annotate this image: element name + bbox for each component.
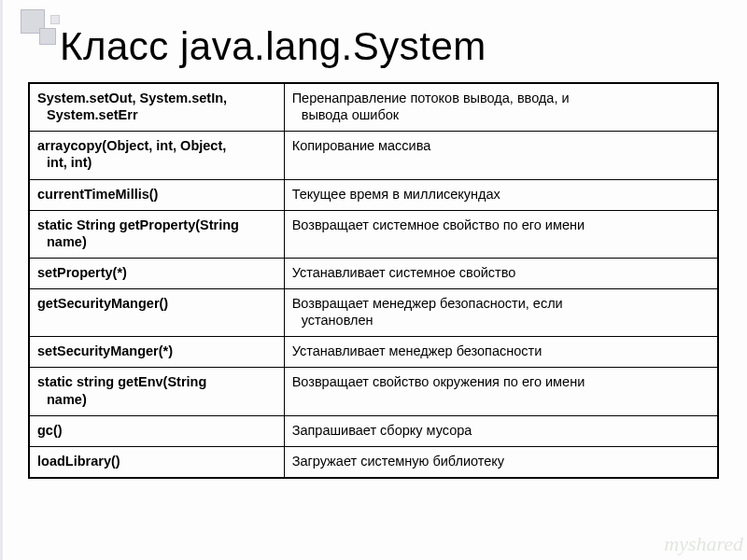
table-row: gc() Запрашивает сборку мусора	[30, 415, 718, 446]
system-class-table: System.setOut, System.setIn, System.setE…	[28, 82, 719, 479]
table-row: System.setOut, System.setIn, System.setE…	[30, 84, 718, 132]
method-cell: arraycopy(Object, int, Object, int, int)	[30, 132, 285, 179]
description-cell: Копирование массива	[284, 132, 717, 179]
method-cell: System.setOut, System.setIn, System.setE…	[30, 84, 285, 132]
table-row: static string getEnv(String name) Возвра…	[30, 368, 718, 415]
method-cell: gc()	[30, 415, 285, 446]
method-cell: setSecurityManger(*)	[30, 337, 285, 368]
description-cell: Перенаправление потоков вывода, ввода, и…	[284, 84, 717, 132]
method-cell: static String getProperty(String name)	[30, 210, 285, 258]
table-row: static String getProperty(String name) В…	[30, 210, 718, 258]
table-row: arraycopy(Object, int, Object, int, int)…	[30, 132, 718, 179]
watermark: myshared	[664, 532, 743, 556]
description-cell: Устанавливает менеджер безопасности	[284, 337, 717, 368]
table-row: loadLibrary() Загружает системную библио…	[30, 446, 718, 477]
method-cell: loadLibrary()	[30, 446, 285, 477]
table-row: getSecurityManger() Возвращает менеджер …	[30, 289, 718, 337]
description-cell: Текущее время в миллисекундах	[284, 179, 717, 210]
method-cell: static string getEnv(String name)	[30, 368, 285, 415]
method-cell: getSecurityManger()	[30, 289, 285, 337]
table-row: setProperty(*) Устанавливает системное с…	[30, 258, 718, 288]
method-cell: setProperty(*)	[30, 258, 285, 288]
description-cell: Возвращает свойство окружения по его име…	[284, 368, 717, 415]
description-cell: Запрашивает сборку мусора	[284, 415, 717, 446]
description-cell: Возвращает менеджер безопасности, если у…	[284, 289, 717, 337]
decorative-sidebar	[0, 0, 3, 560]
description-cell: Возвращает системное свойство по его име…	[284, 210, 717, 258]
table-row: setSecurityManger(*) Устанавливает менед…	[30, 337, 718, 368]
slide-title: Класс java.lang.System	[60, 24, 486, 69]
table-row: currentTimeMillis() Текущее время в милл…	[30, 179, 718, 210]
description-cell: Устанавливает системное свойство	[284, 258, 717, 288]
method-cell: currentTimeMillis()	[30, 179, 285, 210]
description-cell: Загружает системную библиотеку	[284, 446, 717, 477]
